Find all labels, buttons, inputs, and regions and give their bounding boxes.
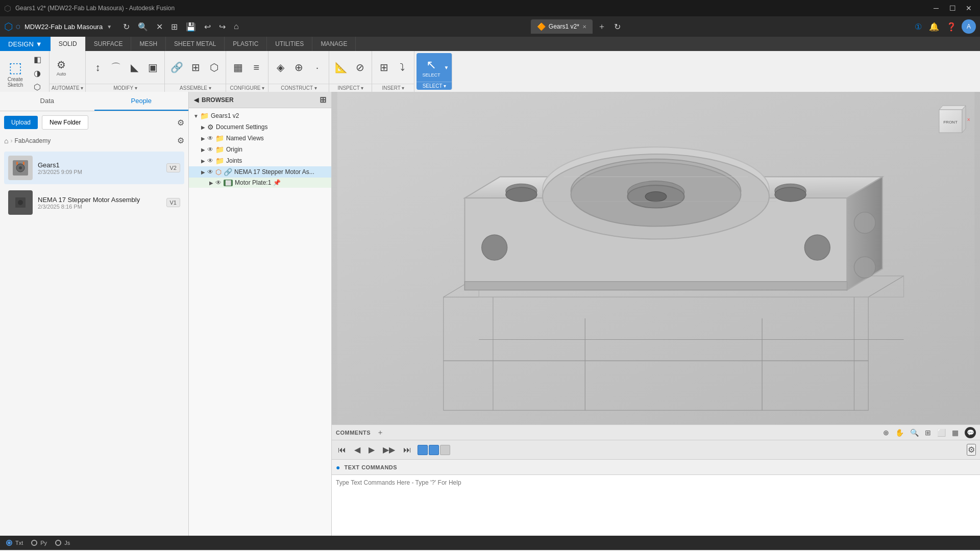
redo-button[interactable]: ↪ xyxy=(216,20,229,34)
apps-button[interactable]: ⊞ xyxy=(168,20,181,34)
py-radio-button[interactable] xyxy=(31,540,37,546)
active-document-tab[interactable]: 🔶 Gears1 v2* ✕ xyxy=(531,19,593,34)
fit-button[interactable]: ⊞ xyxy=(923,428,933,438)
tab-data[interactable]: Data xyxy=(0,92,94,111)
timeline-frame-1[interactable] xyxy=(418,445,428,455)
zoom-button[interactable]: 🔍 xyxy=(908,428,921,438)
comments-add-button[interactable]: ＋ xyxy=(375,427,386,438)
tab-surface[interactable]: SURFACE xyxy=(86,37,132,51)
status-py[interactable]: Py xyxy=(31,540,47,546)
status-txt[interactable]: Txt xyxy=(6,540,23,546)
minimize-button[interactable]: ─ xyxy=(929,3,943,14)
status-js[interactable]: Js xyxy=(55,540,70,546)
section-analysis-button[interactable]: ⊘ xyxy=(351,60,369,75)
undo-button[interactable]: ↩ xyxy=(201,20,214,34)
point-button[interactable]: · xyxy=(308,60,326,75)
workspace-name[interactable]: MDW22-Fab Lab Masoura xyxy=(24,23,103,31)
help-button[interactable]: ❓ xyxy=(944,20,959,34)
breadcrumb-item[interactable]: FabAcademy xyxy=(14,137,51,144)
notifications-count-button[interactable]: ① xyxy=(913,20,924,34)
tree-item-joints[interactable]: ▶ 👁 📁 Joints xyxy=(189,155,331,166)
new-folder-button[interactable]: New Folder xyxy=(42,115,88,130)
browser-collapse-button[interactable]: ◀ xyxy=(194,96,199,104)
derive-button[interactable]: ⤵ xyxy=(394,60,411,75)
chamfer-button[interactable]: ◣ xyxy=(126,60,143,75)
measure-button[interactable]: 📐 xyxy=(332,60,350,75)
tree-item-nema17[interactable]: ▶ 👁 ⬡ 🔗 NEMA 17 Stepper Motor As... xyxy=(189,166,331,178)
txt-radio-button[interactable] xyxy=(6,540,12,546)
timeline-start-button[interactable]: ⏮ xyxy=(336,444,348,456)
tab-sheet-metal[interactable]: SHEET METAL xyxy=(166,37,225,51)
tree-nema17-eye-icon: 👁 xyxy=(207,168,213,176)
config-table-button[interactable]: ≡ xyxy=(248,60,265,75)
create-sketch-button[interactable]: ⬚ CreateSketch xyxy=(3,57,28,90)
avatar[interactable]: A xyxy=(962,19,976,34)
maximize-button[interactable]: ☐ xyxy=(945,3,960,14)
configure-button[interactable]: ▦ xyxy=(229,60,247,75)
timeline-frame-2[interactable] xyxy=(429,445,439,455)
timeline-next-button[interactable]: ▶▶ xyxy=(381,444,397,456)
timeline-frame-3[interactable] xyxy=(440,445,450,455)
asbuilt-joint-button[interactable]: ⬡ xyxy=(205,60,223,75)
text-input-area xyxy=(332,474,980,536)
timeline-settings-button[interactable]: ⚙ xyxy=(967,444,976,456)
file-version-nema17[interactable]: V1 xyxy=(166,198,180,207)
tab-people[interactable]: People xyxy=(94,92,189,111)
pan-button[interactable]: ✋ xyxy=(893,428,906,438)
file-item-nema17[interactable]: NEMA 17 Stepper Motor Assembly 2/3/2025 … xyxy=(4,186,184,219)
tab-mesh[interactable]: MESH xyxy=(131,37,166,51)
automate-button[interactable]: ⚙ Auto xyxy=(53,57,70,78)
press-pull-button[interactable]: ↕ xyxy=(89,60,106,75)
revolve-button[interactable]: ◑ xyxy=(29,67,46,80)
js-radio-button[interactable] xyxy=(55,540,61,546)
insert-button[interactable]: ⊞ xyxy=(375,60,393,75)
file-version-gears1[interactable]: V2 xyxy=(166,163,180,172)
new-component-button[interactable]: 🔗 xyxy=(168,60,186,75)
extrude-button[interactable]: ◧ xyxy=(29,53,46,66)
tab-solid[interactable]: SOLID xyxy=(51,37,86,51)
timeline-play-button[interactable]: ▶ xyxy=(366,444,377,456)
tab-utilities[interactable]: UTILITIES xyxy=(267,37,312,51)
select-dropdown-icon[interactable]: ▼ xyxy=(444,65,449,70)
panel-settings-button[interactable]: ⚙ xyxy=(177,118,184,128)
tree-item-doc-settings[interactable]: ▶ ⚙ Document Settings xyxy=(189,121,331,133)
breadcrumb-settings-icon[interactable]: ⚙ xyxy=(177,136,184,145)
timeline-end-button[interactable]: ⏭ xyxy=(401,444,413,456)
grid-button[interactable]: ▦ xyxy=(950,428,961,438)
design-mode-button[interactable]: DESIGN ▼ xyxy=(0,37,51,51)
tree-root[interactable]: ▼ 📁 Gears1 v2 xyxy=(189,110,331,121)
joint-button[interactable]: ⊞ xyxy=(187,60,204,75)
text-command-input[interactable] xyxy=(336,479,976,532)
browser-expand-all-icon[interactable]: ⊞ xyxy=(320,95,326,105)
view-cube[interactable]: FRONT X xyxy=(929,99,972,143)
3d-viewport[interactable]: FRONT X xyxy=(332,92,980,424)
tree-item-motor-plate[interactable]: ▶ 👁 ⬜ Motor Plate:1 📌 xyxy=(189,178,331,188)
cancel-button[interactable]: ✕ xyxy=(153,20,166,34)
home-button[interactable]: ⌂ xyxy=(231,20,242,33)
orbit-button[interactable]: ⊕ xyxy=(881,428,891,438)
select-button[interactable]: ↖ SELECT xyxy=(420,56,443,79)
close-button[interactable]: ✕ xyxy=(962,3,976,14)
workspace-dropdown-icon[interactable]: ▼ xyxy=(107,24,112,30)
shell-button[interactable]: ▣ xyxy=(144,60,161,75)
tab-close-button[interactable]: ✕ xyxy=(582,24,586,30)
fillet-button[interactable]: ⌒ xyxy=(107,59,125,76)
search-button[interactable]: 🔍 xyxy=(135,20,151,34)
axis-button[interactable]: ⊕ xyxy=(290,60,307,75)
browser-refresh-button[interactable]: ↻ xyxy=(611,20,624,34)
viewport-notification-button[interactable]: 💬 xyxy=(965,427,976,438)
file-item-gears1[interactable]: Gears1 2/3/2025 9:09 PM V2 xyxy=(4,152,184,184)
plane-button[interactable]: ◈ xyxy=(272,60,289,75)
save-button[interactable]: 💾 xyxy=(183,20,199,34)
tab-manage[interactable]: MANAGE xyxy=(312,37,356,51)
tree-item-origin[interactable]: ▶ 👁 📁 Origin xyxy=(189,144,331,155)
new-tab-button[interactable]: ＋ xyxy=(595,19,609,34)
bell-button[interactable]: 🔔 xyxy=(927,20,941,34)
refresh-button[interactable]: ↻ xyxy=(120,20,133,34)
tree-item-named-views[interactable]: ▶ 👁 📁 Named Views xyxy=(189,133,331,144)
breadcrumb-home-icon[interactable]: ⌂ xyxy=(4,137,8,145)
timeline-prev-button[interactable]: ◀ xyxy=(352,444,362,456)
upload-button[interactable]: Upload xyxy=(4,116,38,129)
display-mode-button[interactable]: ⬜ xyxy=(935,428,948,438)
tab-plastic[interactable]: PLASTIC xyxy=(225,37,267,51)
